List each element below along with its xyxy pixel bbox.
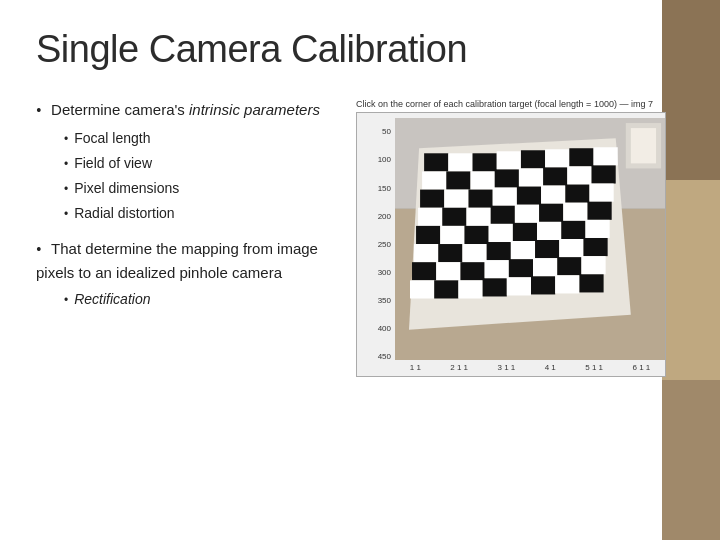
- image-column: Click on the corner of each calibration …: [356, 99, 666, 379]
- sub-bullet-1-4-symbol: •: [64, 205, 68, 223]
- svg-rect-51: [583, 238, 607, 256]
- x-label-5: 5 1 1: [585, 363, 603, 372]
- svg-rect-54: [460, 262, 484, 280]
- y-label-50: 50: [382, 127, 391, 136]
- svg-rect-8: [521, 150, 545, 168]
- bullet-1: • Determine camera's intrinsic parameter…: [36, 99, 336, 224]
- sub-bullet-1-2-text: Field of view: [74, 153, 152, 174]
- sub-bullet-1-1: • Focal length: [64, 128, 336, 149]
- plot-image-area: [395, 118, 665, 360]
- svg-rect-67: [579, 274, 603, 292]
- svg-rect-29: [442, 208, 466, 226]
- svg-rect-37: [440, 226, 464, 244]
- svg-rect-60: [410, 280, 434, 298]
- sub-bullet-1-4-text: Radial distortion: [74, 203, 174, 224]
- x-label-6: 6 1 1: [632, 363, 650, 372]
- svg-rect-63: [483, 278, 507, 296]
- y-label-300: 300: [378, 268, 391, 277]
- svg-rect-12: [422, 171, 446, 189]
- sub-bullets-2: • Rectification: [64, 289, 336, 310]
- svg-rect-58: [557, 257, 581, 275]
- sub-bullet-1-2: • Field of view: [64, 153, 336, 174]
- svg-rect-18: [567, 166, 591, 184]
- svg-rect-41: [537, 222, 561, 240]
- svg-rect-23: [493, 187, 517, 205]
- sub-bullet-1-3-symbol: •: [64, 180, 68, 198]
- y-label-200: 200: [378, 212, 391, 221]
- svg-rect-21: [444, 189, 468, 207]
- svg-rect-57: [533, 258, 557, 276]
- svg-rect-49: [535, 240, 559, 258]
- y-label-100: 100: [378, 155, 391, 164]
- svg-rect-45: [438, 244, 462, 262]
- sub-bullet-2-1-text: Rectification: [74, 289, 150, 310]
- x-axis: 1 1 2 1 1 3 1 1 4 1 5 1 1 6 1 1: [395, 360, 665, 376]
- slide-title: Single Camera Calibration: [36, 28, 642, 71]
- svg-rect-42: [561, 221, 585, 239]
- svg-rect-53: [436, 262, 460, 280]
- svg-rect-46: [462, 244, 486, 262]
- svg-rect-16: [519, 168, 543, 186]
- svg-rect-52: [412, 262, 436, 280]
- bullet-2: • That determine the mapping from image …: [36, 238, 336, 310]
- svg-rect-31: [491, 206, 515, 224]
- x-label-2: 2 1 1: [450, 363, 468, 372]
- bullet-1-text: Determine camera's intrinsic parameters: [51, 101, 320, 118]
- x-label-3: 3 1 1: [497, 363, 515, 372]
- svg-rect-32: [515, 205, 539, 223]
- svg-rect-9: [545, 149, 569, 167]
- svg-rect-44: [414, 244, 438, 262]
- svg-rect-40: [513, 223, 537, 241]
- svg-rect-69: [631, 128, 656, 163]
- svg-rect-11: [594, 147, 618, 165]
- svg-rect-25: [541, 185, 565, 203]
- svg-rect-34: [563, 202, 587, 220]
- deco-panel-mid: [662, 180, 720, 380]
- y-label-450: 450: [378, 352, 391, 361]
- svg-rect-7: [497, 151, 521, 169]
- y-label-150: 150: [378, 184, 391, 193]
- sub-bullet-1-2-symbol: •: [64, 155, 68, 173]
- svg-rect-20: [420, 189, 444, 207]
- deco-panel-top: [662, 0, 720, 180]
- svg-rect-35: [587, 201, 611, 219]
- y-label-250: 250: [378, 240, 391, 249]
- calibration-plot: 50 100 150 200 250 300 350 400 450: [356, 112, 666, 377]
- svg-rect-47: [487, 242, 511, 260]
- svg-rect-43: [585, 220, 609, 238]
- svg-rect-38: [464, 226, 488, 244]
- x-label-4: 4 1: [545, 363, 556, 372]
- deco-panel-bottom: [662, 380, 720, 540]
- svg-rect-36: [416, 226, 440, 244]
- sub-bullet-2-1-symbol: •: [64, 291, 68, 309]
- y-label-350: 350: [378, 296, 391, 305]
- content-area: • Determine camera's intrinsic parameter…: [36, 99, 642, 379]
- sub-bullet-1-3-text: Pixel dimensions: [74, 178, 179, 199]
- sub-bullet-1-1-text: Focal length: [74, 128, 150, 149]
- svg-rect-13: [446, 171, 470, 189]
- svg-rect-50: [559, 239, 583, 257]
- calibration-photo-svg: [395, 118, 665, 360]
- svg-rect-64: [507, 277, 531, 295]
- svg-rect-24: [517, 186, 541, 204]
- svg-rect-59: [581, 256, 605, 274]
- svg-rect-22: [468, 189, 492, 207]
- x-label-1: 1 1: [410, 363, 421, 372]
- svg-rect-56: [509, 259, 533, 277]
- image-title-bar: Click on the corner of each calibration …: [356, 99, 666, 110]
- bullet-2-text: That determine the mapping from image pi…: [36, 240, 318, 280]
- bullet-2-symbol: •: [36, 239, 42, 261]
- svg-rect-48: [511, 241, 535, 259]
- svg-rect-30: [466, 208, 490, 226]
- sub-bullet-1-4: • Radial distortion: [64, 203, 336, 224]
- svg-rect-6: [473, 153, 497, 171]
- svg-rect-55: [485, 260, 509, 278]
- svg-rect-62: [458, 280, 482, 298]
- svg-rect-4: [424, 153, 448, 171]
- sub-bullet-1-3: • Pixel dimensions: [64, 178, 336, 199]
- svg-rect-15: [495, 169, 519, 187]
- svg-rect-17: [543, 167, 567, 185]
- svg-rect-28: [418, 208, 442, 226]
- svg-rect-66: [555, 275, 579, 293]
- sub-bullet-2-1: • Rectification: [64, 289, 336, 310]
